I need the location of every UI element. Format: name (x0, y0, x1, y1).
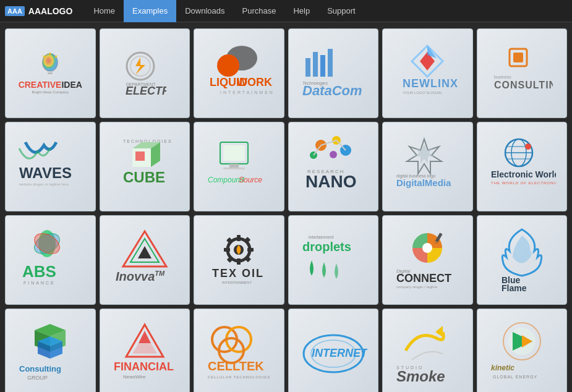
svg-rect-28 (513, 53, 523, 62)
svg-text:INTERTAINMENT: INTERTAINMENT (222, 281, 252, 284)
logo-card-nano[interactable]: RESEARCH NANO (288, 122, 379, 211)
logo-card-digital-connect[interactable]: Digital CONNECT company slogan / tagline (382, 215, 473, 305)
svg-text:CONSULTING: CONSULTING (494, 80, 553, 90)
logo-card-financial[interactable]: FINANCIAL NewsWire (100, 309, 190, 392)
svg-text:company slogan / tagline: company slogan / tagline (396, 285, 438, 289)
nav-home[interactable]: Home (85, 0, 124, 22)
svg-text:YOUR LOGO SLOGAN: YOUR LOGO SLOGAN (403, 91, 442, 95)
svg-text:NANO: NANO (305, 172, 356, 191)
logo-card-kinetic[interactable]: kinetic GLOBAL ENERGY (477, 309, 568, 392)
logo-card-electric[interactable]: DEPARTMENT ELECTRIC (100, 28, 190, 118)
smoke-logo-svg: STUDIO Smoke (393, 320, 461, 388)
logo-card-liquidworks[interactable]: LIQUID WORKS INTERTAINMENT (194, 28, 284, 118)
svg-point-93 (422, 243, 432, 253)
svg-point-12 (217, 54, 239, 77)
svg-text:Source: Source (239, 176, 262, 184)
svg-text:Consulting: Consulting (19, 364, 61, 373)
svg-text:CONNECT: CONNECT (396, 272, 451, 284)
logo-card-digital-media[interactable]: digital business logo DigitalMedia (382, 122, 473, 211)
nav-help[interactable]: Help (284, 0, 318, 22)
svg-text:NEWLINX: NEWLINX (403, 77, 458, 90)
svg-text:NewsWire: NewsWire (123, 374, 146, 380)
logo-card-compound-source[interactable]: Compound Source (194, 122, 284, 211)
logo-card-business-consulting[interactable]: business CONSULTING (477, 28, 568, 118)
datacom-logo-svg: Technologies DataCom (299, 43, 367, 104)
svg-rect-80 (237, 235, 241, 241)
svg-text:DigitalMedia: DigitalMedia (396, 177, 451, 188)
electric-logo-svg: DEPARTMENT ELECTRIC (123, 49, 166, 98)
svg-rect-18 (320, 55, 325, 77)
svg-text:kinetic: kinetic (491, 364, 514, 372)
nav-support[interactable]: Support (318, 0, 364, 22)
logo-card-consulting-group[interactable]: Consulting GROUP (5, 309, 96, 392)
svg-text:GROUP: GROUP (27, 375, 48, 381)
logo-card-droplets[interactable]: intertainment droplets (288, 215, 379, 305)
svg-text:CELLULAR TECHNOLOGIES: CELLULAR TECHNOLOGIES (208, 375, 270, 379)
svg-text:ELECTRIC: ELECTRIC (126, 85, 166, 97)
compound-logo-svg: Compound Source (205, 133, 273, 201)
logo-card-creative-idea[interactable]: CREATIVEIDEA Bright Ideas Company (5, 28, 96, 118)
svg-text:INTERTAINMENT: INTERTAINMENT (220, 90, 273, 95)
logo-card-cube[interactable]: TECHNOLOGIES CUBE (100, 122, 190, 211)
texoil-logo-svg: TEX OIL INTERTAINMENT (205, 226, 273, 294)
svg-text:website slogan or tagline here: website slogan or tagline here (19, 182, 69, 186)
celltek-logo-svg: CELLTEK CELLULAR TECHNOLOGIES (205, 320, 273, 388)
svg-rect-17 (313, 52, 318, 77)
logo-card-newlinx[interactable]: NEWLINX YOUR LOGO SLOGAN (382, 28, 473, 118)
svg-text:Smoke: Smoke (396, 368, 445, 385)
svg-rect-42 (223, 168, 245, 169)
cgroup-logo-svg: Consulting GROUP (16, 318, 84, 389)
svg-text:THE WORLD OF ELECTRONICS: THE WORLD OF ELECTRONICS (491, 181, 556, 185)
logo-card-tex-oil[interactable]: TEX OIL INTERTAINMENT (194, 215, 284, 305)
newlinx-logo-svg: NEWLINX YOUR LOGO SLOGAN (396, 43, 458, 104)
svg-rect-19 (328, 49, 333, 77)
main-content: CREATIVEIDEA Bright Ideas Company DEPART… (0, 22, 572, 392)
logo-text: AAALOGO (28, 6, 73, 16)
financial-logo-svg: FINANCIAL NewsWire (111, 320, 179, 388)
svg-text:CUBE: CUBE (123, 169, 165, 185)
dconnect-logo-svg: Digital CONNECT company slogan / tagline (393, 226, 461, 294)
svg-rect-37 (135, 151, 145, 161)
waves-logo-svg: WAVES website slogan or tagline here (16, 136, 84, 198)
logo-box: AAA (5, 6, 25, 16)
kinetic-logo-svg: kinetic GLOBAL ENERGY (488, 320, 556, 388)
logo-grid: CREATIVEIDEA Bright Ideas Company DEPART… (5, 28, 567, 392)
abs-logo-svg: ABS FINANCE (16, 226, 84, 294)
svg-marker-123 (435, 326, 443, 337)
svg-text:INTERNET: INTERNET (312, 347, 367, 359)
svg-point-64 (525, 143, 531, 150)
blueflame-logo-svg: Blue Flame company slogan (488, 226, 556, 294)
logo-card-datacom[interactable]: Technologies DataCom (288, 28, 379, 118)
svg-rect-16 (305, 58, 310, 77)
logo-card-blue-flame[interactable]: Blue Flame company slogan (477, 215, 568, 305)
svg-text:DataCom: DataCom (302, 83, 362, 98)
svg-text:business: business (494, 75, 511, 79)
logo-card-waves[interactable]: WAVES website slogan or tagline here (5, 122, 96, 211)
logo-card-electronic-world[interactable]: Electronic World THE WORLD OF ELECTRONIC… (477, 122, 568, 211)
logo-card-internet[interactable]: INTERNET (288, 309, 379, 392)
eworld-logo-svg: Electronic World THE WORLD OF ELECTRONIC… (488, 133, 556, 201)
internet-logo-svg: INTERNET (299, 320, 367, 388)
logo-card-celltek[interactable]: CELLTEK CELLULAR TECHNOLOGIES (194, 309, 284, 392)
svg-rect-41 (229, 164, 239, 168)
svg-text:droplets: droplets (302, 240, 351, 254)
svg-text:ABS: ABS (22, 262, 56, 281)
logo-card-studio-smoke[interactable]: STUDIO Smoke (382, 309, 473, 392)
nav-purchase[interactable]: Purchase (234, 0, 285, 22)
svg-text:WORKS: WORKS (237, 76, 273, 88)
svg-marker-76 (138, 246, 152, 258)
bulb-icon-svg (38, 53, 62, 80)
svg-rect-2 (48, 72, 53, 74)
nav-downloads[interactable]: Downloads (176, 0, 233, 22)
cube-logo-svg: TECHNOLOGIES CUBE (111, 133, 179, 201)
svg-text:FINANCIAL: FINANCIAL (114, 360, 174, 373)
droplets-logo-svg: intertainment droplets (299, 226, 367, 294)
svg-rect-83 (247, 248, 254, 252)
logo-card-abs-finance[interactable]: ABS FINANCE (5, 215, 96, 305)
svg-text:intertainment: intertainment (309, 235, 334, 239)
logo-card-inovva[interactable]: InovvaTM (100, 215, 190, 305)
site-logo: AAA AAALOGO (5, 6, 72, 16)
svg-text:GLOBAL ENERGY: GLOBAL ENERGY (493, 375, 537, 379)
svg-text:CELLTEK: CELLTEK (208, 359, 264, 373)
nav-examples[interactable]: Examples (124, 0, 176, 22)
